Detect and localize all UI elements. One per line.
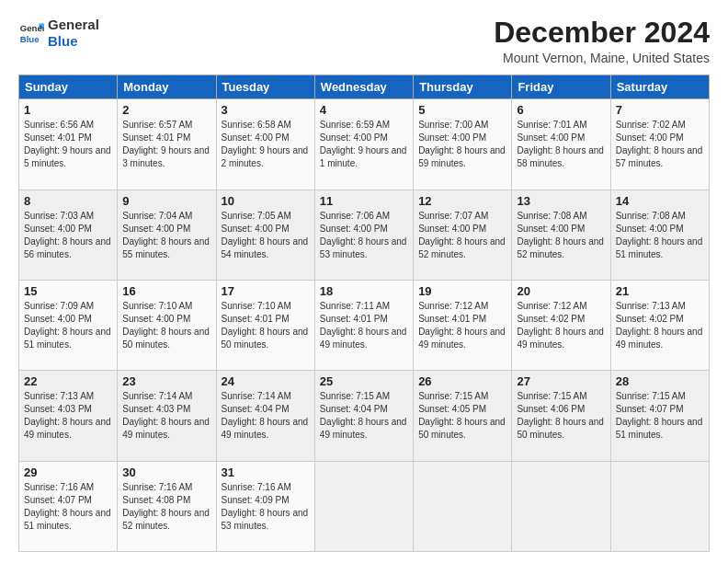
table-row: 25Sunrise: 7:15 AMSunset: 4:04 PMDayligh…: [314, 371, 413, 461]
col-friday: Friday: [512, 75, 610, 99]
cell-info: Sunrise: 7:01 AMSunset: 4:00 PMDaylight:…: [517, 120, 604, 168]
cell-info: Sunrise: 7:10 AMSunset: 4:00 PMDaylight:…: [122, 301, 210, 350]
table-row: 17Sunrise: 7:10 AMSunset: 4:01 PMDayligh…: [216, 280, 314, 370]
table-row: 30Sunrise: 7:16 AMSunset: 4:08 PMDayligh…: [118, 461, 216, 551]
cell-info: Sunrise: 7:13 AMSunset: 4:02 PMDaylight:…: [616, 301, 703, 350]
cell-info: Sunrise: 7:12 AMSunset: 4:01 PMDaylight:…: [418, 301, 506, 350]
cell-info: Sunrise: 7:15 AMSunset: 4:07 PMDaylight:…: [616, 391, 703, 440]
col-tuesday: Tuesday: [216, 75, 314, 99]
logo-general: General: [48, 17, 99, 32]
day-number: 16: [122, 284, 210, 298]
col-thursday: Thursday: [414, 75, 512, 99]
cell-info: Sunrise: 7:08 AMSunset: 4:00 PMDaylight:…: [517, 211, 604, 259]
logo-blue: Blue: [48, 33, 78, 49]
cell-info: Sunrise: 6:57 AMSunset: 4:01 PMDaylight:…: [122, 120, 210, 168]
cell-info: Sunrise: 6:59 AMSunset: 4:00 PMDaylight:…: [320, 120, 407, 168]
day-number: 9: [122, 194, 210, 208]
day-number: 31: [222, 465, 310, 479]
table-row: 6Sunrise: 7:01 AMSunset: 4:00 PMDaylight…: [512, 99, 610, 190]
cell-info: Sunrise: 7:15 AMSunset: 4:06 PMDaylight:…: [517, 391, 604, 440]
cell-info: Sunrise: 7:06 AMSunset: 4:00 PMDaylight:…: [320, 211, 407, 259]
table-row: 22Sunrise: 7:13 AMSunset: 4:03 PMDayligh…: [19, 371, 118, 461]
day-number: 13: [517, 194, 605, 208]
logo-text: General Blue: [48, 17, 99, 50]
cell-info: Sunrise: 6:58 AMSunset: 4:00 PMDaylight:…: [222, 120, 309, 168]
cell-info: Sunrise: 7:08 AMSunset: 4:00 PMDaylight:…: [616, 211, 703, 259]
cell-info: Sunrise: 7:13 AMSunset: 4:03 PMDaylight:…: [24, 391, 111, 440]
day-number: 2: [122, 103, 210, 117]
cell-info: Sunrise: 7:14 AMSunset: 4:04 PMDaylight:…: [222, 391, 309, 440]
table-row: 12Sunrise: 7:07 AMSunset: 4:00 PMDayligh…: [414, 190, 512, 280]
day-number: 8: [24, 194, 112, 208]
cell-info: Sunrise: 7:04 AMSunset: 4:00 PMDaylight:…: [122, 211, 210, 259]
calendar-table: Sunday Monday Tuesday Wednesday Thursday…: [18, 75, 710, 552]
cell-info: Sunrise: 7:14 AMSunset: 4:03 PMDaylight:…: [122, 391, 210, 440]
month-title: December 2024: [494, 17, 710, 49]
title-block: December 2024 Mount Vernon, Maine, Unite…: [494, 17, 710, 65]
day-number: 24: [222, 374, 310, 388]
day-number: 11: [320, 194, 408, 208]
cell-info: Sunrise: 7:03 AMSunset: 4:00 PMDaylight:…: [24, 211, 111, 259]
cell-info: Sunrise: 7:15 AMSunset: 4:04 PMDaylight:…: [320, 391, 407, 440]
calendar-week-3: 15Sunrise: 7:09 AMSunset: 4:00 PMDayligh…: [19, 280, 710, 370]
col-monday: Monday: [118, 75, 216, 99]
col-wednesday: Wednesday: [314, 75, 413, 99]
day-number: 22: [24, 374, 112, 388]
day-number: 6: [517, 103, 605, 117]
svg-text:Blue: Blue: [20, 34, 40, 44]
table-row: 8Sunrise: 7:03 AMSunset: 4:00 PMDaylight…: [19, 190, 118, 280]
table-row: 26Sunrise: 7:15 AMSunset: 4:05 PMDayligh…: [414, 371, 512, 461]
cell-info: Sunrise: 7:00 AMSunset: 4:00 PMDaylight:…: [418, 120, 506, 168]
logo: General Blue General Blue: [18, 17, 99, 50]
table-row: 27Sunrise: 7:15 AMSunset: 4:06 PMDayligh…: [512, 371, 610, 461]
table-row: 23Sunrise: 7:14 AMSunset: 4:03 PMDayligh…: [118, 371, 216, 461]
table-row: 15Sunrise: 7:09 AMSunset: 4:00 PMDayligh…: [19, 280, 118, 370]
location: Mount Vernon, Maine, United States: [494, 51, 710, 65]
table-row: [512, 461, 610, 551]
cell-info: Sunrise: 7:16 AMSunset: 4:08 PMDaylight:…: [122, 482, 210, 531]
logo-icon: General Blue: [18, 20, 44, 46]
day-number: 15: [24, 284, 112, 298]
table-row: 13Sunrise: 7:08 AMSunset: 4:00 PMDayligh…: [512, 190, 610, 280]
calendar-week-2: 8Sunrise: 7:03 AMSunset: 4:00 PMDaylight…: [19, 190, 710, 280]
cell-info: Sunrise: 7:02 AMSunset: 4:00 PMDaylight:…: [616, 120, 703, 168]
table-row: 5Sunrise: 7:00 AMSunset: 4:00 PMDaylight…: [414, 99, 512, 190]
table-row: 4Sunrise: 6:59 AMSunset: 4:00 PMDaylight…: [314, 99, 413, 190]
day-number: 10: [222, 194, 310, 208]
day-number: 12: [418, 194, 506, 208]
cell-info: Sunrise: 7:10 AMSunset: 4:01 PMDaylight:…: [222, 301, 309, 350]
table-row: [314, 461, 413, 551]
col-sunday: Sunday: [19, 75, 118, 99]
calendar-week-1: 1Sunrise: 6:56 AMSunset: 4:01 PMDaylight…: [19, 99, 710, 190]
table-row: [414, 461, 512, 551]
table-row: 14Sunrise: 7:08 AMSunset: 4:00 PMDayligh…: [610, 190, 709, 280]
cell-info: Sunrise: 7:11 AMSunset: 4:01 PMDaylight:…: [320, 301, 407, 350]
page: General Blue General Blue December 2024 …: [0, 0, 728, 563]
cell-info: Sunrise: 7:12 AMSunset: 4:02 PMDaylight:…: [517, 301, 604, 350]
cell-info: Sunrise: 7:05 AMSunset: 4:00 PMDaylight:…: [222, 211, 309, 259]
cell-info: Sunrise: 7:16 AMSunset: 4:09 PMDaylight:…: [222, 482, 309, 531]
day-number: 5: [418, 103, 506, 117]
table-row: 7Sunrise: 7:02 AMSunset: 4:00 PMDaylight…: [610, 99, 709, 190]
cell-info: Sunrise: 6:56 AMSunset: 4:01 PMDaylight:…: [24, 120, 111, 168]
day-number: 25: [320, 374, 408, 388]
day-number: 3: [222, 103, 310, 117]
cell-info: Sunrise: 7:16 AMSunset: 4:07 PMDaylight:…: [24, 482, 111, 531]
table-row: 1Sunrise: 6:56 AMSunset: 4:01 PMDaylight…: [19, 99, 118, 190]
cell-info: Sunrise: 7:09 AMSunset: 4:00 PMDaylight:…: [24, 301, 111, 350]
day-number: 17: [222, 284, 310, 298]
table-row: 11Sunrise: 7:06 AMSunset: 4:00 PMDayligh…: [314, 190, 413, 280]
day-number: 14: [616, 194, 704, 208]
day-number: 30: [122, 465, 210, 479]
day-number: 20: [517, 284, 605, 298]
day-number: 4: [320, 103, 408, 117]
day-number: 28: [616, 374, 704, 388]
cell-info: Sunrise: 7:15 AMSunset: 4:05 PMDaylight:…: [418, 391, 506, 440]
table-row: 19Sunrise: 7:12 AMSunset: 4:01 PMDayligh…: [414, 280, 512, 370]
table-row: 24Sunrise: 7:14 AMSunset: 4:04 PMDayligh…: [216, 371, 314, 461]
day-number: 29: [24, 465, 112, 479]
table-row: 21Sunrise: 7:13 AMSunset: 4:02 PMDayligh…: [610, 280, 709, 370]
day-number: 26: [418, 374, 506, 388]
table-row: 29Sunrise: 7:16 AMSunset: 4:07 PMDayligh…: [19, 461, 118, 551]
table-row: 2Sunrise: 6:57 AMSunset: 4:01 PMDaylight…: [118, 99, 216, 190]
